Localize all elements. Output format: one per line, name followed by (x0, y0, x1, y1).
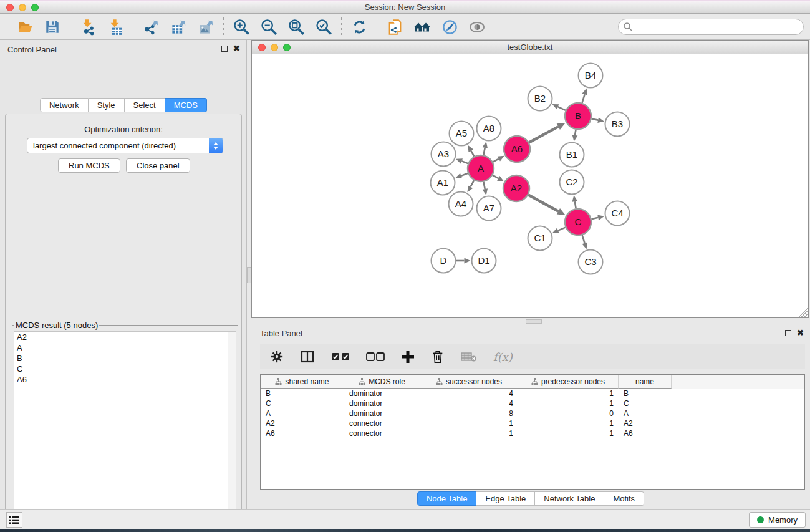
close-table-panel-icon[interactable]: ✖ (797, 330, 804, 336)
table-cell[interactable]: 0 (518, 409, 619, 418)
edge-C-C1[interactable] (558, 228, 566, 231)
horizontal-split-handle[interactable] (526, 319, 542, 324)
edge-A-A6[interactable] (493, 159, 498, 162)
open-session-icon[interactable] (16, 18, 34, 36)
table-row[interactable]: Adominator80A (261, 409, 804, 418)
export-table-icon[interactable] (170, 18, 187, 36)
table-cell[interactable]: 1 (420, 428, 518, 438)
export-image-icon[interactable] (197, 18, 215, 36)
hide-graphics-details-icon[interactable] (441, 18, 458, 36)
edge-A-A3[interactable] (461, 161, 468, 163)
table-cell[interactable]: 8 (420, 409, 518, 418)
table-cell[interactable]: 4 (420, 399, 518, 409)
select-all-rows-icon[interactable] (331, 352, 350, 362)
edge-A-A1[interactable] (461, 173, 468, 176)
edge-B-B4[interactable] (582, 94, 584, 103)
import-table-icon[interactable] (107, 18, 124, 36)
table-cell[interactable]: C (619, 399, 672, 409)
network-minimize-button[interactable] (271, 44, 278, 51)
resize-grip-icon[interactable] (799, 308, 808, 317)
export-network-icon[interactable] (142, 18, 160, 36)
mcds-result-list[interactable]: A2ABCA6 (14, 331, 236, 532)
close-panel-icon[interactable]: ✖ (233, 46, 240, 52)
edge-B-B3[interactable] (592, 118, 599, 120)
edge-A2-C[interactable] (528, 195, 558, 211)
network-close-button[interactable] (258, 44, 266, 51)
edge-A-A2[interactable] (493, 175, 498, 178)
edge-B-B2[interactable] (558, 107, 566, 110)
tab-select[interactable]: Select (125, 98, 165, 112)
zoom-window-button[interactable] (31, 4, 39, 11)
run-mcds-button[interactable]: Run MCDS (58, 158, 120, 173)
float-panel-icon[interactable] (221, 46, 228, 52)
edge-A-A8[interactable] (483, 148, 485, 155)
table-row[interactable]: A6connector11A6 (261, 428, 804, 438)
mcds-result-item[interactable]: C (14, 364, 236, 374)
network-graph[interactable]: B4B2BB3A8A5A6A3B1AC2A1A2A4A7C4CC1DD1C3 (252, 54, 808, 317)
zoom-selected-icon[interactable] (315, 18, 332, 36)
table-cell[interactable]: dominator (344, 389, 420, 399)
table-cell[interactable]: 1 (518, 418, 619, 428)
table-cell[interactable]: A (619, 409, 672, 418)
tab-mcds[interactable]: MCDS (165, 98, 207, 112)
import-network-icon[interactable] (79, 18, 97, 36)
table-cell[interactable]: A6 (619, 428, 672, 438)
table-cell[interactable]: 1 (518, 428, 619, 438)
task-history-button[interactable] (6, 512, 22, 528)
memory-button[interactable]: Memory (749, 512, 806, 528)
home-icon[interactable] (413, 18, 431, 36)
table-row[interactable]: Bdominator41B (261, 389, 804, 399)
table-cell[interactable]: connector (344, 428, 420, 438)
tab-motifs[interactable]: Motifs (604, 491, 644, 506)
table-cell[interactable]: A2 (261, 418, 344, 428)
table-cell[interactable]: dominator (344, 399, 420, 409)
mcds-result-item[interactable]: A (14, 342, 236, 353)
edge-C-C2[interactable] (575, 201, 576, 208)
network-zoom-button[interactable] (283, 44, 291, 51)
table-cell[interactable]: B (261, 389, 344, 399)
refresh-view-icon[interactable] (350, 18, 368, 36)
deselect-all-rows-icon[interactable] (366, 352, 385, 362)
table-cell[interactable]: 1 (518, 399, 619, 409)
table-options-gear-icon[interactable] (270, 350, 284, 364)
function-builder-icon[interactable]: f(x) (493, 351, 513, 364)
minimize-window-button[interactable] (19, 4, 26, 11)
table-cell[interactable]: dominator (344, 409, 420, 418)
vertical-split-handle[interactable] (247, 267, 251, 283)
column-header-name[interactable]: name (619, 375, 672, 389)
close-window-button[interactable] (6, 4, 14, 11)
tab-node-table[interactable]: Node Table (417, 491, 477, 506)
zoom-out-icon[interactable] (260, 18, 277, 36)
clone-network-icon[interactable] (386, 18, 403, 36)
table-row[interactable]: Cdominator41C (261, 399, 804, 409)
edge-C-C3[interactable] (582, 235, 585, 243)
column-header-successor-nodes[interactable]: successor nodes (420, 375, 518, 389)
criterion-select[interactable]: largest connected component (directed) (27, 138, 223, 153)
table-cell[interactable]: 4 (420, 389, 518, 399)
mcds-result-item[interactable]: A2 (14, 332, 236, 342)
table-cell[interactable]: connector (344, 418, 420, 428)
column-header-shared-name[interactable]: shared name (261, 375, 344, 389)
node-table[interactable]: shared nameMCDS rolesuccessor nodesprede… (260, 374, 805, 490)
table-cell[interactable]: A6 (261, 428, 344, 438)
tab-edge-table[interactable]: Edge Table (476, 491, 535, 506)
tab-network[interactable]: Network (40, 98, 89, 112)
table-cell[interactable]: B (619, 389, 672, 399)
delete-table-icon[interactable] (461, 351, 477, 362)
tab-network-table[interactable]: Network Table (535, 491, 604, 506)
mcds-result-item[interactable]: B (14, 353, 236, 364)
edge-A-A4[interactable] (470, 180, 474, 186)
table-row[interactable]: A2connector11A2 (261, 418, 804, 428)
mcds-result-item[interactable]: A6 (14, 374, 236, 385)
float-table-panel-icon[interactable] (785, 330, 791, 336)
column-header-predecessor-nodes[interactable]: predecessor nodes (518, 375, 619, 389)
edge-B-B1[interactable] (575, 130, 576, 135)
show-columns-icon[interactable] (300, 349, 315, 364)
save-session-icon[interactable] (44, 18, 61, 36)
edge-A-A5[interactable] (471, 151, 474, 157)
table-cell[interactable]: 1 (420, 418, 518, 428)
zoom-in-icon[interactable] (233, 18, 250, 36)
add-column-icon[interactable] (401, 350, 415, 364)
table-cell[interactable]: A2 (619, 418, 672, 428)
edge-C-C4[interactable] (591, 218, 598, 219)
